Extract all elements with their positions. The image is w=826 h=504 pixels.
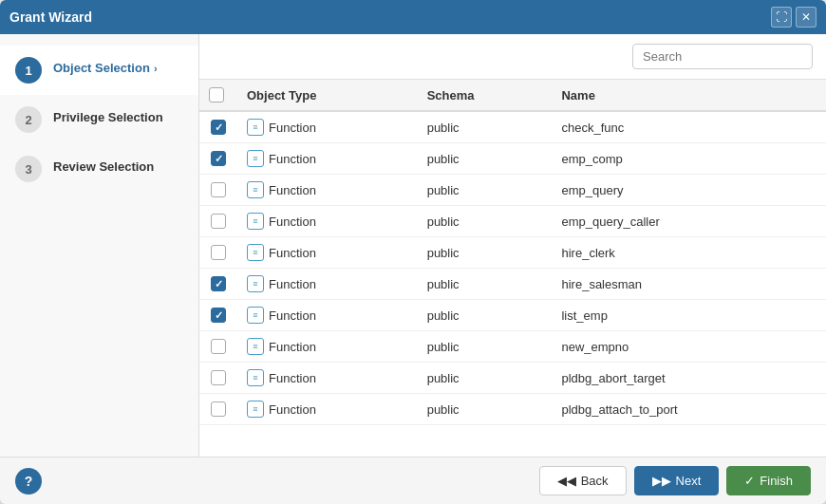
row-object-type: ≡ Function <box>237 269 418 300</box>
objects-table: Object Type Schema Name ≡ Function <box>199 80 826 425</box>
table-row: ≡ Function public pldbg_abort_target <box>199 363 826 394</box>
table-row: ≡ Function public list_emp <box>199 300 826 331</box>
row-name: emp_query_caller <box>552 206 826 237</box>
main-content: 1 Object Selection › 2 Privilege Selecti… <box>0 34 826 457</box>
table-row: ≡ Function public hire_clerk <box>199 237 826 269</box>
finish-button[interactable]: ✓ Finish <box>726 466 811 495</box>
title-bar-controls: ⛶ ✕ <box>771 7 817 28</box>
row-name: check_func <box>552 111 826 143</box>
table-row: ≡ Function public emp_comp <box>199 143 826 175</box>
footer-right: ◀◀ Back ▶▶ Next ✓ Finish <box>539 466 811 495</box>
step-1-label: Object Selection › <box>53 57 158 75</box>
row-name: pldbg_attach_to_port <box>552 394 826 425</box>
next-icon: ▶▶ <box>652 474 671 488</box>
step-3-number: 3 <box>15 156 42 182</box>
function-icon: ≡ <box>247 150 264 167</box>
row-schema: public <box>418 269 553 300</box>
table-row: ≡ Function public emp_query <box>199 175 826 206</box>
row-checkbox-6[interactable] <box>211 308 226 323</box>
row-schema: public <box>418 331 553 363</box>
footer-left: ? <box>15 468 42 495</box>
row-schema: public <box>418 300 553 331</box>
table-container[interactable]: Object Type Schema Name ≡ Function <box>199 80 826 457</box>
row-checkbox-cell <box>199 363 237 394</box>
select-all-header <box>199 80 237 111</box>
row-name: emp_comp <box>552 143 826 175</box>
row-checkbox-cell <box>199 237 237 269</box>
step-3-title: Review Selection <box>53 159 154 174</box>
row-checkbox-cell <box>199 111 237 143</box>
col-object-type: Object Type <box>237 80 418 111</box>
function-icon: ≡ <box>247 181 264 198</box>
content-area: Object Type Schema Name ≡ Function <box>199 34 826 457</box>
back-button[interactable]: ◀◀ Back <box>539 466 627 495</box>
row-object-type: ≡ Function <box>237 111 418 143</box>
row-object-type: ≡ Function <box>237 237 418 269</box>
row-schema: public <box>418 206 553 237</box>
row-checkbox-5[interactable] <box>211 276 226 291</box>
table-row: ≡ Function public pldbg_attach_to_port <box>199 394 826 425</box>
row-checkbox-0[interactable] <box>211 120 226 135</box>
row-schema: public <box>418 111 553 143</box>
close-button[interactable]: ✕ <box>796 7 817 28</box>
function-icon: ≡ <box>247 401 264 418</box>
row-checkbox-cell <box>199 206 237 237</box>
row-checkbox-cell <box>199 394 237 425</box>
row-schema: public <box>418 237 553 269</box>
row-checkbox-4[interactable] <box>211 245 226 260</box>
back-icon: ◀◀ <box>557 474 576 488</box>
row-object-type: ≡ Function <box>237 394 418 425</box>
col-schema: Schema <box>418 80 553 111</box>
select-all-checkbox[interactable] <box>209 87 224 103</box>
title-bar-left: Grant Wizard <box>9 9 92 25</box>
row-checkbox-cell <box>199 143 237 175</box>
row-checkbox-cell <box>199 331 237 363</box>
help-button[interactable]: ? <box>15 468 42 495</box>
col-name: Name <box>552 80 826 111</box>
row-name: pldbg_abort_target <box>552 363 826 394</box>
row-schema: public <box>418 175 553 206</box>
maximize-button[interactable]: ⛶ <box>771 7 792 28</box>
title-bar: Grant Wizard ⛶ ✕ <box>0 0 826 34</box>
row-checkbox-1[interactable] <box>211 151 226 166</box>
window-title: Grant Wizard <box>9 9 92 25</box>
step-2-number: 2 <box>15 106 42 133</box>
function-icon: ≡ <box>247 369 264 386</box>
row-name: hire_salesman <box>552 269 826 300</box>
table-row: ≡ Function public new_empno <box>199 331 826 363</box>
sidebar: 1 Object Selection › 2 Privilege Selecti… <box>0 34 199 457</box>
function-icon: ≡ <box>247 338 264 355</box>
function-icon: ≡ <box>247 275 264 292</box>
next-button[interactable]: ▶▶ Next <box>634 466 720 495</box>
row-checkbox-3[interactable] <box>211 214 226 229</box>
row-checkbox-9[interactable] <box>211 401 226 417</box>
row-checkbox-2[interactable] <box>211 182 226 197</box>
row-object-type: ≡ Function <box>237 300 418 331</box>
function-icon: ≡ <box>247 213 264 230</box>
row-schema: public <box>418 143 553 175</box>
table-row: ≡ Function public check_func <box>199 111 826 143</box>
row-object-type: ≡ Function <box>237 206 418 237</box>
finish-checkmark-icon: ✓ <box>744 474 755 488</box>
row-checkbox-7[interactable] <box>211 339 226 354</box>
sidebar-item-review-selection[interactable]: 3 Review Selection <box>0 144 198 194</box>
function-icon: ≡ <box>247 307 264 324</box>
sidebar-item-privilege-selection[interactable]: 2 Privilege Selection <box>0 95 198 144</box>
row-checkbox-cell <box>199 269 237 300</box>
row-object-type: ≡ Function <box>237 175 418 206</box>
row-checkbox-8[interactable] <box>211 370 226 385</box>
step-1-number: 1 <box>15 57 42 84</box>
table-header-row: Object Type Schema Name <box>199 80 826 111</box>
step-1-title: Object Selection › <box>53 61 158 75</box>
row-checkbox-cell <box>199 300 237 331</box>
table-row: ≡ Function public hire_salesman <box>199 269 826 300</box>
row-schema: public <box>418 394 553 425</box>
content-header <box>199 34 826 80</box>
row-schema: public <box>418 363 553 394</box>
step-2-title: Privilege Selection <box>53 110 163 124</box>
sidebar-item-object-selection[interactable]: 1 Object Selection › <box>0 46 198 95</box>
row-object-type: ≡ Function <box>237 143 418 175</box>
search-input[interactable] <box>632 44 813 69</box>
footer: ? ◀◀ Back ▶▶ Next ✓ Finish <box>0 457 826 504</box>
row-name: list_emp <box>552 300 826 331</box>
